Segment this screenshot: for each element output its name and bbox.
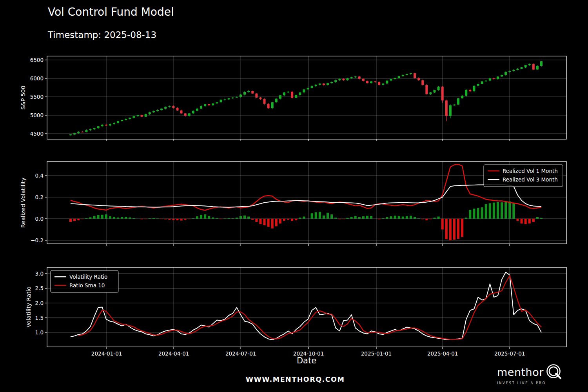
candle-body — [386, 81, 388, 84]
candle-body — [113, 123, 115, 124]
candle-body — [366, 81, 368, 83]
y-tick-label: 3.0 — [35, 270, 44, 277]
series-line-realized-vol-3-month — [71, 184, 541, 207]
spread-bar — [390, 216, 392, 219]
candle-body — [354, 76, 357, 77]
series-line-volatility-ratio — [71, 272, 541, 340]
spread-bar — [362, 216, 365, 219]
candle-body — [228, 98, 230, 100]
chart-3: 1.01.52.02.53.02024-01-012024-04-012024-… — [35, 267, 566, 357]
candle-body — [125, 119, 127, 120]
y-tick-label: 4500 — [30, 131, 44, 137]
spread-bar — [437, 216, 440, 218]
candle-body — [374, 81, 376, 82]
spread-bar — [303, 216, 305, 218]
candle-body — [394, 78, 396, 79]
spread-bar — [398, 216, 400, 219]
spread-bar — [524, 219, 527, 224]
candle-body — [283, 93, 285, 96]
candle-body — [192, 111, 194, 114]
candle-body — [81, 132, 83, 132]
y-tick-label: 0.4 — [35, 172, 44, 179]
spread-bar — [271, 219, 274, 229]
candle-body — [275, 99, 278, 102]
candle-body — [512, 70, 515, 71]
candle-body — [152, 111, 155, 113]
spread-bar — [176, 219, 178, 220]
legend-label: Realized Vol 1 Month — [503, 168, 558, 174]
spread-bar — [342, 219, 345, 219]
candle-body — [532, 64, 535, 69]
plot-border — [47, 56, 566, 139]
spread-bar — [319, 212, 321, 219]
candle-body — [156, 110, 159, 111]
candle-body — [370, 81, 372, 83]
candle-body — [232, 98, 234, 98]
candle-body — [287, 92, 289, 93]
spread-bar — [311, 213, 313, 219]
candle-body — [402, 75, 404, 76]
candle-body — [528, 64, 531, 65]
candle-body — [421, 80, 424, 85]
candle-body — [236, 97, 238, 98]
candle-body — [445, 100, 448, 116]
legend: Realized Vol 1 MonthRealized Vol 3 Month — [484, 165, 563, 187]
spread-bar — [382, 218, 384, 219]
candle-body — [89, 129, 91, 130]
spread-bar — [69, 219, 72, 222]
spread-bar — [105, 214, 107, 219]
candle-body — [465, 90, 467, 96]
candle-body — [259, 98, 261, 99]
spread-bar — [386, 217, 388, 219]
candle-body — [196, 109, 198, 111]
candle-body — [141, 115, 143, 117]
candle-body — [240, 94, 242, 97]
candle-body — [251, 91, 254, 94]
spread-bar — [299, 218, 301, 219]
spread-bar — [417, 218, 420, 219]
spread-bar — [164, 219, 167, 220]
candle-body — [437, 87, 440, 90]
spread-bar — [168, 219, 171, 220]
spread-bar — [160, 219, 163, 219]
candle-body — [453, 105, 456, 105]
x-tick-label: 2025-01-01 — [361, 350, 392, 357]
spread-bar — [228, 218, 230, 219]
candle-body — [338, 79, 341, 80]
candle-body — [390, 79, 392, 81]
spread-bar — [121, 217, 123, 219]
candle-body — [449, 105, 452, 116]
x-tick-label: 2025-07-01 — [494, 350, 525, 357]
spread-bar — [445, 219, 448, 239]
spread-bar — [236, 218, 238, 219]
candle-body — [536, 66, 539, 69]
candle-body — [378, 82, 380, 85]
spread-bar — [251, 219, 254, 220]
spread-bar — [512, 203, 515, 219]
spread-bar — [414, 217, 416, 219]
legend-label: Volatility Ratio — [69, 274, 107, 280]
spread-bar — [263, 219, 266, 225]
x-tick-label: 2024-04-01 — [158, 350, 189, 357]
candle-body — [93, 128, 96, 129]
spread-bar — [212, 218, 214, 219]
candle-body — [398, 76, 400, 78]
spread-bar — [521, 219, 523, 223]
x-tick-label: 2024-07-01 — [225, 350, 256, 357]
legend: Volatility RatioRatio Sma 10 — [51, 270, 118, 292]
candle-body — [461, 96, 463, 98]
candle-body — [540, 61, 543, 66]
y-tick-label: 6500 — [30, 57, 44, 63]
spread-bar — [394, 216, 396, 219]
y-tick-label: 2.0 — [35, 300, 44, 306]
spread-bar — [129, 218, 131, 219]
spread-bar — [441, 219, 444, 229]
spread-bar — [358, 217, 361, 219]
candle-body — [176, 108, 178, 111]
spread-bar — [497, 202, 499, 219]
candle-body — [311, 86, 313, 88]
spread-bar — [295, 219, 297, 220]
candle-body — [303, 89, 305, 93]
candle-body — [299, 93, 301, 95]
spread-bar — [354, 216, 357, 219]
